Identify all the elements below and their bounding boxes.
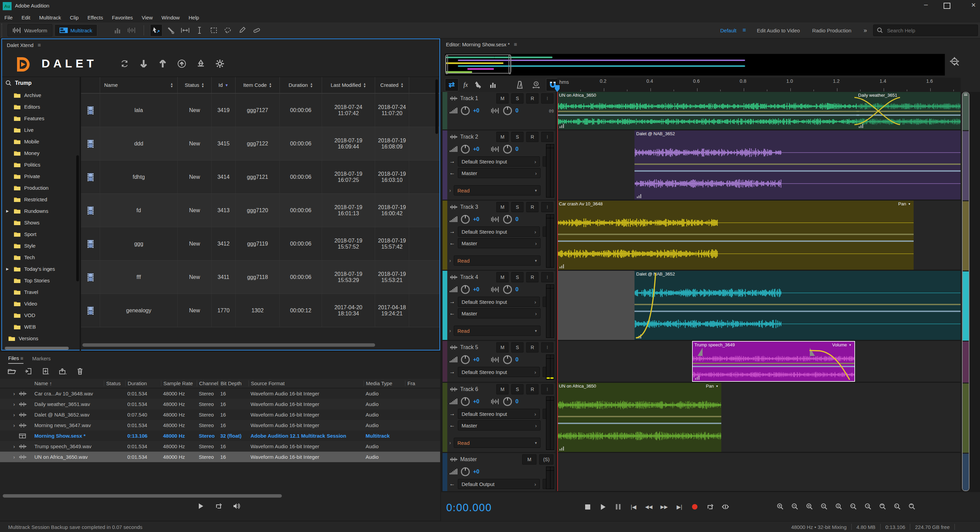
menu-clip[interactable]: Clip <box>65 12 83 22</box>
brush-tool-icon[interactable] <box>237 24 248 36</box>
zoom-in-right-button[interactable] <box>864 502 872 512</box>
expand-arrow-icon[interactable]: ▶ <box>6 209 9 213</box>
volume-knob[interactable] <box>461 355 470 364</box>
volume-knob[interactable] <box>461 106 470 115</box>
clip-trump-speech-3649[interactable]: Trump speech_3649Volume▾ <box>692 341 855 382</box>
track-button-s[interactable]: S <box>511 272 523 282</box>
multitrack-view-button[interactable]: Multitrack <box>54 24 97 37</box>
volume-line[interactable] <box>557 111 859 112</box>
track-name[interactable]: Master <box>460 456 519 462</box>
table-row[interactable]: dddNew3415ggg712200:00:062018-07-19 16:0… <box>81 127 439 161</box>
spectral-display-icon[interactable] <box>126 24 137 36</box>
tree-item-tech[interactable]: Tech <box>2 252 80 263</box>
track-overview-handle[interactable] <box>962 92 969 491</box>
pan-line[interactable] <box>635 170 961 172</box>
zoom-selection-button[interactable] <box>879 502 887 512</box>
file-row[interactable]: ›Dalet @ NAB_3652.wav0:07.54048000 HzSte… <box>0 409 440 420</box>
download-icon[interactable] <box>137 57 150 70</box>
clip-dalet-nab-3652[interactable]: Dalet @ NAB_3652 <box>635 271 961 340</box>
workspace-item[interactable]: Radio Production <box>812 27 851 33</box>
tree-item-archive[interactable]: Archive <box>2 89 80 101</box>
sort-icon[interactable]: ▲▼ <box>401 83 404 88</box>
tree-item-editors[interactable]: Editors <box>2 101 80 112</box>
expand-arrow-icon[interactable]: › <box>0 454 17 460</box>
track-lane-track-6[interactable]: UN on Africa_3650Pan▾ <box>557 383 961 452</box>
heal-tool-icon[interactable] <box>251 24 262 36</box>
track-name[interactable]: Track 5 <box>460 344 493 350</box>
track-header-track-6[interactable]: Track 6MSRI +0 0((•))→ Default Stereo In… <box>442 383 555 452</box>
routing-icon[interactable] <box>473 79 486 91</box>
workspace-overflow[interactable]: » <box>864 27 867 34</box>
pan-line[interactable] <box>635 311 961 312</box>
workspace-menu-icon[interactable]: ≡ <box>742 27 746 34</box>
zoom-in-button[interactable] <box>776 502 784 512</box>
track-lane-track-1[interactable]: UN on Africa_3650Daily weather_3651 <box>557 92 961 130</box>
pan-knob[interactable] <box>503 285 512 294</box>
toggle-multitrack-waveform-icon[interactable]: ⇄ <box>445 78 458 91</box>
help-search[interactable] <box>873 24 978 36</box>
tree-item-rundowns[interactable]: ▶Rundowns <box>2 205 80 217</box>
dalet-panel-header[interactable]: Dalet Xtend ≡ <box>2 39 439 51</box>
pan-knob[interactable] <box>503 215 512 224</box>
pan-value[interactable]: 0 <box>515 357 519 363</box>
volume-knob[interactable] <box>461 285 470 294</box>
sort-icon[interactable]: ▲▼ <box>269 83 272 88</box>
table-row[interactable]: gggNew3412ggg711900:00:062018-07-19 15:5… <box>81 227 439 261</box>
loop-playback-button[interactable] <box>705 502 715 512</box>
output-selector[interactable]: Default Output› <box>458 479 540 489</box>
track-button-s[interactable]: S <box>511 202 523 212</box>
stop-button[interactable] <box>582 502 593 512</box>
track-button-m[interactable]: M <box>496 342 509 352</box>
track-button-r[interactable]: R <box>526 132 539 142</box>
menu-view[interactable]: View <box>137 12 157 22</box>
column-header-source-format[interactable]: Source Format <box>248 381 364 386</box>
lasso-tool-icon[interactable] <box>222 24 234 36</box>
zoom-out-horizontal-button[interactable] <box>820 502 829 512</box>
expand-arrow-icon[interactable]: › <box>0 412 17 417</box>
file-row[interactable]: Morning Show.sesx *0:13.10648000 HzStere… <box>0 430 440 441</box>
pan-knob[interactable] <box>503 145 512 154</box>
input-selector[interactable]: Default Stereo Input› <box>458 156 540 167</box>
fast-forward-button[interactable]: ▶▶ <box>659 502 669 512</box>
panel-menu-icon[interactable]: ≡ <box>37 42 40 48</box>
pan-line[interactable] <box>557 115 859 116</box>
timeline-navigator[interactable] <box>445 54 945 76</box>
metering-icon[interactable] <box>487 79 500 91</box>
column-header-media-type[interactable]: Media Type <box>364 381 405 386</box>
menu-help[interactable]: Help <box>184 12 204 22</box>
volume-knob[interactable] <box>461 145 470 154</box>
track-button-i[interactable]: I <box>541 93 554 104</box>
zoom-timed-button[interactable] <box>894 502 902 512</box>
go-to-end-button[interactable]: ▶| <box>675 502 684 512</box>
file-row[interactable]: ›Car cra...Av 10_3648.wav0:01.53448000 H… <box>0 388 440 399</box>
track-button-m[interactable]: M <box>496 384 509 394</box>
zoom-out-button[interactable] <box>791 502 799 512</box>
fit-duration-icon[interactable] <box>530 79 542 91</box>
metronome-icon[interactable] <box>513 79 526 91</box>
tree-horizontal-scrollbar[interactable] <box>5 347 69 350</box>
pan-knob[interactable] <box>503 355 512 364</box>
tree-item-mobile[interactable]: Mobile <box>2 135 80 147</box>
expand-arrow-icon[interactable]: › <box>0 401 17 407</box>
tree-item-sport[interactable]: Sport <box>2 228 80 240</box>
track-vertical-scrollbar[interactable] <box>962 92 970 492</box>
monitor-icon[interactable]: ((•)) <box>549 109 554 113</box>
input-selector[interactable]: Default Stereo Input› <box>458 367 540 377</box>
volume-knob[interactable] <box>461 215 470 224</box>
pan-line[interactable] <box>557 241 914 242</box>
input-selector[interactable]: Default Stereo Input› <box>458 409 540 419</box>
automation-expand-icon[interactable]: › <box>449 440 451 446</box>
column-header-duration[interactable]: Duration <box>125 381 161 386</box>
panel-menu-icon[interactable]: ≡ <box>19 355 24 361</box>
volume-value[interactable]: +0 <box>473 287 479 293</box>
tree-item-video[interactable]: Video <box>2 298 80 309</box>
tree-item-web[interactable]: WEB <box>2 321 80 333</box>
tree-item-top-stories[interactable]: Top Stories <box>2 274 80 286</box>
column-header-status[interactable]: Status▲▼ <box>178 77 212 93</box>
table-row[interactable]: fdhtgNew3414ggg712100:00:062018-07-19 16… <box>81 161 439 194</box>
track-lane-track-5[interactable]: Trump speech_3649Volume▾ <box>557 341 961 382</box>
column-header-sample-rate[interactable]: Sample Rate <box>161 381 197 386</box>
output-selector[interactable]: Master› <box>458 308 541 319</box>
dalet-table-hscrollbar[interactable] <box>83 343 375 347</box>
rewind-button[interactable]: ◀◀ <box>644 502 654 512</box>
